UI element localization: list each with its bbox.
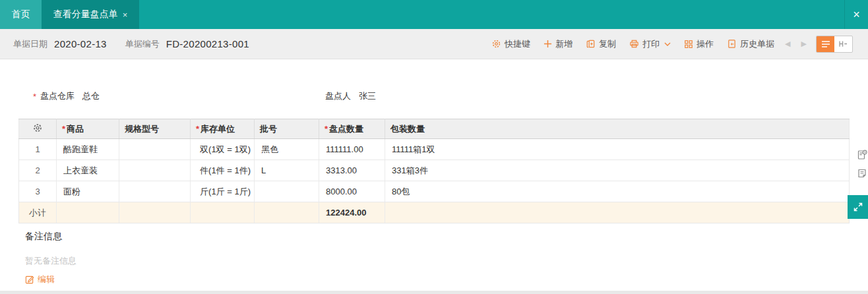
print-button[interactable]: 打印 bbox=[629, 38, 671, 50]
cell-unit: 件(1件 = 1件) bbox=[191, 160, 255, 181]
tab-home-label: 首页 bbox=[12, 9, 30, 20]
summary-row: 小计 122424.00 bbox=[19, 202, 850, 223]
shortcut-gear-icon bbox=[491, 39, 501, 49]
warehouse-field: * 盘点仓库 总仓 bbox=[33, 90, 100, 102]
column-settings-button[interactable] bbox=[19, 119, 57, 139]
row-number: 2 bbox=[19, 160, 57, 181]
warehouse-value: 总仓 bbox=[82, 90, 100, 102]
table-row: 2 上衣童装 件(1件 = 1件) L 3313.00 331箱3件 bbox=[19, 160, 850, 181]
summary-label: 小计 bbox=[19, 202, 57, 223]
prev-record-icon[interactable]: ◀ bbox=[785, 40, 790, 47]
counter-label: 盘点人 bbox=[325, 90, 351, 102]
rail-panel bbox=[855, 144, 868, 194]
table-row: 1 酷跑童鞋 双(1双 = 1双) 黑色 111111.00 11111箱1双 bbox=[19, 139, 850, 160]
cell-spec bbox=[119, 139, 191, 160]
remarks-title: 备注信息 bbox=[25, 231, 868, 243]
footer-strip bbox=[0, 291, 868, 294]
cell-batch: L bbox=[255, 160, 319, 181]
copy-icon bbox=[586, 39, 596, 49]
doc-number-label: 单据编号 bbox=[125, 38, 160, 50]
doc-date-label: 单据日期 bbox=[13, 38, 47, 50]
expand-icon[interactable] bbox=[848, 195, 868, 219]
cell-spec bbox=[119, 181, 191, 202]
cell-product: 酷跑童鞋 bbox=[57, 139, 119, 160]
doc-number-value: FD-20200213-001 bbox=[166, 38, 249, 49]
remarks-section: 备注信息 暂无备注信息 编辑 bbox=[25, 231, 868, 287]
header-product: *商品 bbox=[57, 119, 119, 139]
detail-view-icon[interactable] bbox=[834, 36, 852, 52]
list-view-icon[interactable] bbox=[817, 36, 834, 52]
history-doc-icon bbox=[727, 39, 737, 49]
header-qty: *盘点数量 bbox=[319, 119, 385, 139]
header-spec: 规格型号 bbox=[119, 119, 191, 139]
tab-close-icon[interactable]: × bbox=[123, 10, 128, 20]
tab-view-inventory-sheet[interactable]: 查看分量盘点单 × bbox=[42, 0, 139, 29]
header-batch: 批号 bbox=[255, 119, 319, 139]
summary-batch bbox=[255, 202, 319, 223]
app-window: 首页 查看分量盘点单 × × 单据日期 2020-02-13 单据编号 FD-2… bbox=[0, 0, 868, 294]
remarks-empty-text: 暂无备注信息 bbox=[25, 255, 868, 267]
add-button[interactable]: 新增 bbox=[543, 38, 573, 50]
toolbar: 快捷键 新增 复制 打印 操作 历史单据 ◀ bbox=[478, 36, 853, 53]
cell-product: 面粉 bbox=[57, 181, 119, 202]
doc-history-icon[interactable] bbox=[857, 150, 867, 160]
operations-button[interactable]: 操作 bbox=[684, 38, 714, 50]
inventory-table: *商品 规格型号 *库存单位 批号 *盘点数量 包装数量 1 酷跑童鞋 bbox=[18, 119, 850, 223]
cell-package: 11111箱1双 bbox=[385, 139, 850, 160]
cell-unit: 双(1双 = 1双) bbox=[191, 139, 255, 160]
cell-batch bbox=[255, 181, 319, 202]
cell-spec bbox=[119, 160, 191, 181]
note-icon[interactable] bbox=[857, 168, 867, 179]
summary-product bbox=[57, 202, 119, 223]
form-row: * 盘点仓库 总仓 盘点人 张三 bbox=[0, 90, 868, 102]
shortcut-keys-button[interactable]: 快捷键 bbox=[491, 38, 530, 50]
chevron-down-icon[interactable] bbox=[664, 42, 671, 46]
summary-package bbox=[385, 202, 850, 223]
doc-date-value: 2020-02-13 bbox=[54, 38, 107, 49]
document-content: * 盘点仓库 总仓 盘点人 张三 bbox=[0, 59, 868, 291]
next-record-icon[interactable]: ▶ bbox=[801, 40, 807, 47]
cell-package: 331箱3件 bbox=[385, 160, 850, 181]
copy-button[interactable]: 复制 bbox=[586, 38, 616, 50]
remarks-edit-button[interactable]: 编辑 bbox=[25, 274, 55, 285]
table-settings-gear-icon bbox=[32, 125, 43, 135]
table-row: 3 面粉 斤(1斤 = 1斤) 8000.00 80包 bbox=[19, 181, 850, 202]
cell-product: 上衣童装 bbox=[57, 160, 119, 181]
view-mode-toggle bbox=[816, 36, 853, 53]
cell-qty: 111111.00 bbox=[319, 139, 385, 160]
topbar-spacer bbox=[139, 0, 844, 29]
counter-value: 张三 bbox=[359, 90, 376, 102]
operations-grid-icon bbox=[684, 40, 693, 49]
edit-pencil-icon bbox=[25, 275, 34, 284]
tab-active-label: 查看分量盘点单 bbox=[53, 9, 118, 20]
header-unit: *库存单位 bbox=[191, 119, 255, 139]
document-header-bar: 单据日期 2020-02-13 单据编号 FD-20200213-001 快捷键… bbox=[0, 29, 868, 59]
cell-qty: 3313.00 bbox=[319, 160, 385, 181]
printer-icon bbox=[629, 39, 639, 49]
row-number: 3 bbox=[19, 181, 57, 202]
cell-package: 80包 bbox=[385, 181, 850, 202]
counter-field: 盘点人 张三 bbox=[325, 90, 376, 102]
summary-qty: 122424.00 bbox=[319, 202, 385, 223]
summary-spec bbox=[119, 202, 191, 223]
cell-batch: 黑色 bbox=[255, 139, 319, 160]
table-header-row: *商品 规格型号 *库存单位 批号 *盘点数量 包装数量 bbox=[19, 119, 850, 139]
cell-qty: 8000.00 bbox=[319, 181, 385, 202]
row-number: 1 bbox=[19, 139, 57, 160]
header-package: 包装数量 bbox=[385, 119, 850, 139]
summary-unit bbox=[191, 202, 255, 223]
required-marker: * bbox=[33, 92, 36, 102]
top-tab-bar: 首页 查看分量盘点单 × × bbox=[0, 0, 868, 29]
close-icon[interactable]: × bbox=[844, 0, 868, 29]
plus-icon bbox=[543, 40, 552, 48]
warehouse-label: 盘点仓库 bbox=[40, 90, 75, 102]
tab-home[interactable]: 首页 bbox=[0, 0, 42, 29]
cell-unit: 斤(1斤 = 1斤) bbox=[191, 181, 255, 202]
history-documents-button[interactable]: 历史单据 bbox=[727, 38, 774, 50]
